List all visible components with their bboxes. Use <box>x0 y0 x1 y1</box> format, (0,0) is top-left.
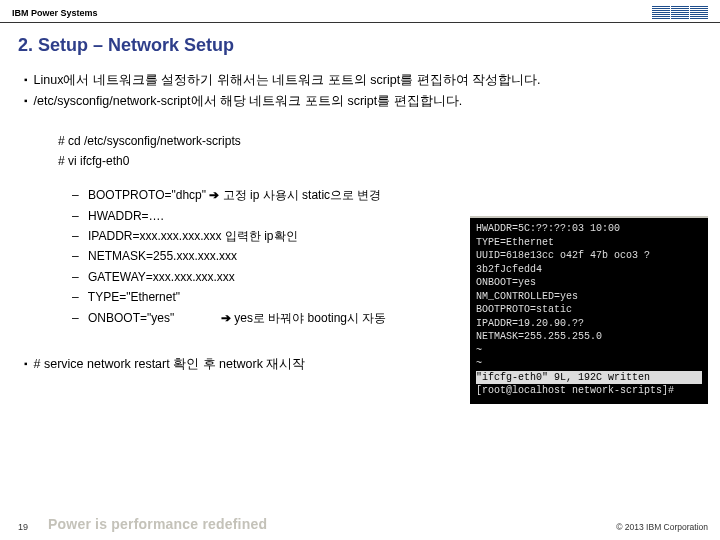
param-left: GATEWAY=xxx.xxx.xxx.xxx <box>88 270 235 284</box>
param-left: IPADDR=xxx.xxx.xxx.xxx <box>88 229 221 243</box>
terminal-line: IPADDR=19.20.90.?? <box>476 317 702 331</box>
param-left: NETMASK=255.xxx.xxx.xxx <box>88 249 237 263</box>
tagline: Power is performance redefined <box>48 516 267 532</box>
param-right: yes로 바꿔야 booting시 자동 <box>234 311 386 325</box>
main-bullets: Linux에서 네트워크를 설정하기 위해서는 네트워크 포트의 script를… <box>24 70 696 113</box>
terminal-line: NETMASK=255.255.255.0 <box>476 330 702 344</box>
command-line: # vi ifcfg-eth0 <box>58 151 696 171</box>
param-item: BOOTPROTO="dhcp" ➔ 고정 ip 사용시 static으로 변경 <box>72 185 696 205</box>
page-number: 19 <box>18 522 28 532</box>
terminal-line: HWADDR=5C:??:??:03 10:00 <box>476 222 702 236</box>
terminal-titlebar <box>470 216 708 218</box>
param-left: HWADDR=…. <box>88 209 164 223</box>
slide-header: IBM Power Systems <box>0 0 720 23</box>
command-block: # cd /etc/sysconfig/network-scripts # vi… <box>58 131 696 172</box>
param-left: ONBOOT="yes" <box>88 311 174 325</box>
terminal-line: NM_CONTROLLED=yes <box>476 290 702 304</box>
bullet-item: /etc/sysconfig/network-script에서 해당 네트워크 … <box>24 91 696 112</box>
page-title: 2. Setup – Network Setup <box>0 23 720 70</box>
arrow-icon: ➔ <box>221 311 231 325</box>
copyright: © 2013 IBM Corporation <box>616 522 708 532</box>
param-left: BOOTPROTO="dhcp" <box>88 188 206 202</box>
terminal-line: ~ <box>476 344 702 358</box>
param-right: 고정 ip 사용시 static으로 변경 <box>223 188 382 202</box>
ibm-logo <box>652 6 708 20</box>
param-left: TYPE="Ethernet" <box>88 290 180 304</box>
brand-text: IBM Power Systems <box>12 8 98 18</box>
terminal-line: BOOTPROTO=static <box>476 303 702 317</box>
param-right: 입력한 ip확인 <box>225 229 298 243</box>
terminal-line: TYPE=Ethernet <box>476 236 702 250</box>
terminal-status: "ifcfg-eth0" 9L, 192C written <box>476 371 702 385</box>
arrow-icon: ➔ <box>209 188 219 202</box>
terminal-line: UUID=618e13cc o42f 47b oco3 ?3b2fJcfedd4 <box>476 249 702 276</box>
command-line: # cd /etc/sysconfig/network-scripts <box>58 131 696 151</box>
terminal-line: ~ <box>476 357 702 371</box>
bullet-item: Linux에서 네트워크를 설정하기 위해서는 네트워크 포트의 script를… <box>24 70 696 91</box>
terminal-screenshot: HWADDR=5C:??:??:03 10:00 TYPE=Ethernet U… <box>470 216 708 404</box>
terminal-line: ONBOOT=yes <box>476 276 702 290</box>
terminal-prompt: [root@localhost network-scripts]# <box>476 384 702 398</box>
footer-left: 19 Power is performance redefined <box>18 516 267 532</box>
slide-footer: 19 Power is performance redefined © 2013… <box>0 516 720 532</box>
